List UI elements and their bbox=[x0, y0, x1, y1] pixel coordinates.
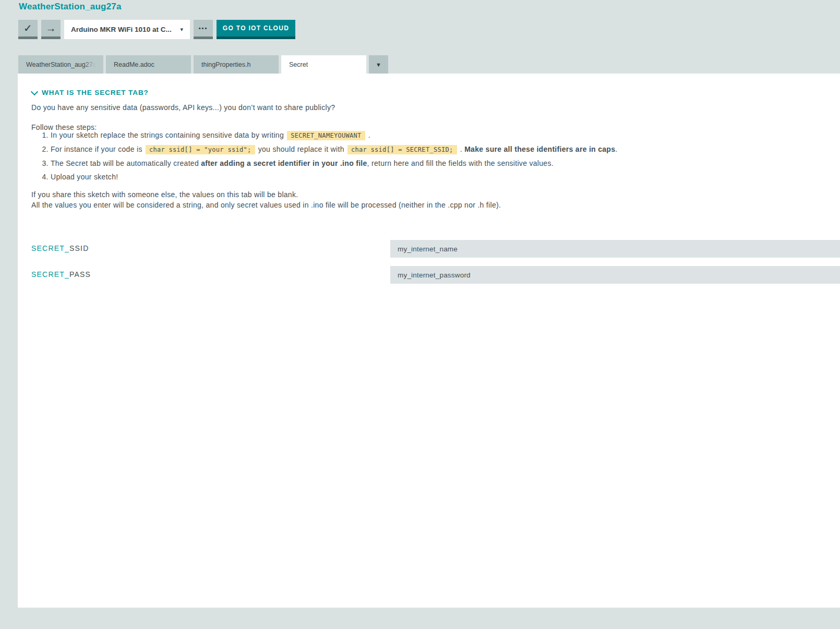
label-prefix: SECRET_ bbox=[31, 270, 69, 279]
step-bold-text: after adding a secret identifier in your… bbox=[201, 159, 367, 167]
arrow-right-icon: → bbox=[46, 23, 56, 33]
step-text: , return here and fill the fields with t… bbox=[367, 159, 554, 167]
secret-pass-label: SECRET_PASS bbox=[31, 270, 91, 279]
secret-ssid-input[interactable] bbox=[390, 240, 840, 258]
secret-info-heading[interactable]: WHAT IS THE SECRET TAB? bbox=[32, 89, 149, 96]
share-note: If you share this sketch with someone el… bbox=[31, 190, 501, 200]
string-note: All the values you enter will be conside… bbox=[31, 200, 501, 211]
step-bold-text: Make sure all these identifiers are in c… bbox=[464, 145, 615, 153]
more-options-button[interactable]: ••• bbox=[194, 20, 213, 39]
tab-label: Secret bbox=[289, 61, 308, 68]
step-item: In your sketch replace the strings conta… bbox=[51, 129, 617, 142]
chevron-down-icon bbox=[31, 88, 38, 95]
notes-block: If you share this sketch with someone el… bbox=[31, 190, 501, 210]
board-selector-dropdown[interactable]: Arduino MKR WiFi 1010 at C... ▾ bbox=[64, 20, 190, 39]
verify-button[interactable]: ✓ bbox=[18, 20, 38, 39]
code-highlight: char ssid[] = "your ssid"; bbox=[146, 145, 255, 154]
step-text: For instance if your code is bbox=[51, 145, 145, 153]
tab-sketch-ino[interactable]: WeatherStation_aug27a. bbox=[18, 55, 103, 74]
go-to-iot-cloud-button[interactable]: GO TO IOT CLOUD bbox=[217, 20, 295, 39]
sketch-title: WeatherStation_aug27a bbox=[19, 2, 122, 12]
caret-down-icon: ▼ bbox=[376, 62, 381, 68]
tab-thingproperties-h[interactable]: thingProperties.h bbox=[194, 55, 279, 74]
tab-readme-adoc[interactable]: ReadMe.adoc bbox=[106, 55, 191, 74]
tab-label: ReadMe.adoc bbox=[114, 61, 154, 68]
code-highlight: SECRET_NAMEYOUWANT bbox=[287, 131, 365, 140]
board-selector-value: Arduino MKR WiFi 1010 at C... bbox=[71, 26, 172, 33]
steps-list: In your sketch replace the strings conta… bbox=[31, 129, 617, 185]
file-tab-bar: WeatherStation_aug27a. ReadMe.adoc thing… bbox=[18, 55, 388, 74]
step-item: Upload your sketch! bbox=[51, 171, 617, 183]
toolbar: ✓ → Arduino MKR WiFi 1010 at C... ▾ ••• … bbox=[18, 20, 295, 39]
label-suffix: PASS bbox=[69, 270, 91, 279]
tab-label: thingProperties.h bbox=[201, 61, 251, 68]
tab-label: WeatherStation_aug27a. bbox=[26, 61, 95, 68]
secret-ssid-label: SECRET_SSID bbox=[31, 244, 89, 252]
step-text: The Secret tab will be automatically cre… bbox=[51, 159, 201, 167]
step-text: . bbox=[458, 145, 465, 153]
secret-tab-panel: WHAT IS THE SECRET TAB? Do you have any … bbox=[18, 74, 840, 608]
arduino-web-editor: { "page": { "title": "WeatherStation_aug… bbox=[0, 0, 840, 629]
tab-secret[interactable]: Secret bbox=[281, 55, 366, 74]
step-text: . bbox=[366, 131, 370, 139]
intro-paragraph: Do you have any sensitive data (password… bbox=[31, 103, 335, 112]
step-item: For instance if your code is char ssid[]… bbox=[51, 143, 617, 156]
ellipsis-icon: ••• bbox=[199, 26, 208, 31]
heading-text: WHAT IS THE SECRET TAB? bbox=[42, 89, 149, 96]
step-item: The Secret tab will be automatically cre… bbox=[51, 158, 617, 170]
code-highlight: char ssid[] = SECRET_SSID; bbox=[347, 145, 457, 154]
step-text: . bbox=[615, 145, 617, 153]
step-text: you should replace it with bbox=[256, 145, 346, 153]
tab-overflow-button[interactable]: ▼ bbox=[369, 55, 388, 74]
label-prefix: SECRET_ bbox=[31, 244, 69, 252]
step-text: Upload your sketch! bbox=[51, 173, 118, 181]
label-suffix: SSID bbox=[69, 244, 89, 252]
secret-pass-input[interactable] bbox=[390, 266, 840, 284]
chevron-down-icon: ▾ bbox=[180, 26, 183, 33]
checkmark-icon: ✓ bbox=[23, 23, 32, 33]
step-text: In your sketch replace the strings conta… bbox=[51, 131, 286, 139]
upload-button[interactable]: → bbox=[41, 20, 61, 39]
